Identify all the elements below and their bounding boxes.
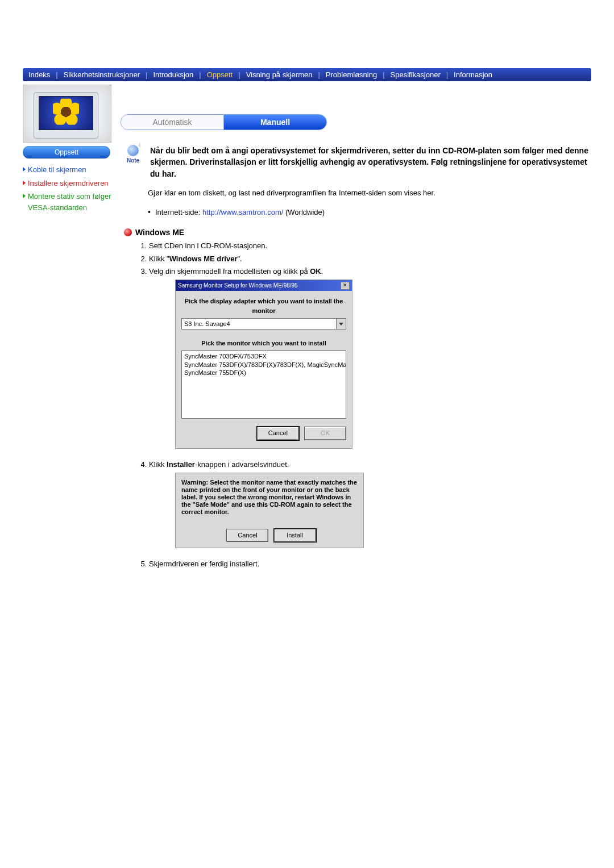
dialog2-install-button[interactable]: Install — [274, 529, 316, 542]
step-2: Klikk "Windows ME driver". — [149, 253, 589, 265]
arrow-icon — [23, 181, 26, 185]
note-block: Note Når du blir bedt om å angi operativ… — [121, 145, 589, 180]
nav-oppsett[interactable]: Oppsett — [207, 70, 233, 79]
sidebar-image — [23, 85, 111, 143]
dialog2-warning-text: Warning: Select the monitor name that ex… — [181, 479, 358, 516]
dialog1-ok-button[interactable]: OK — [304, 427, 346, 440]
sidebar-link-montere[interactable]: Montere stativ som følger VESA-standarde… — [23, 191, 113, 213]
section-header: Windows ME — [124, 228, 589, 237]
nav-sikkerhet[interactable]: Sikkerhetsinstruksjoner — [64, 70, 140, 79]
step-3: Velg din skjermmodell fra modellisten og… — [149, 266, 589, 449]
sidebar: Oppsett Koble til skjermen Installere sk… — [23, 85, 113, 215]
bullet-icon — [148, 208, 155, 216]
steps-list: Sett CDen inn i CD-ROM-stasjonen. Klikk … — [149, 240, 589, 569]
dialog1-label-monitor: Pick the monitor which you want to insta… — [181, 339, 346, 348]
install-mode-tabs: Automatisk Manuell — [121, 114, 589, 130]
dialog-warning: Warning: Select the monitor name that ex… — [175, 473, 364, 548]
nav-introduksjon[interactable]: Introduksjon — [153, 70, 193, 79]
note-text: Når du blir bedt om å angi operativsyste… — [150, 145, 589, 180]
step-5: Skjermdriveren er ferdig installert. — [149, 558, 589, 570]
arrow-icon — [23, 194, 26, 198]
arrow-icon — [23, 167, 26, 172]
paragraph-diskett: Gjør klar en tom diskett, og last ned dr… — [148, 187, 589, 199]
top-nav: Indeks| Sikkerhetsinstruksjoner| Introdu… — [23, 68, 591, 81]
dialog-monitor-setup: Samsung Monitor Setup for Windows ME/98/… — [175, 279, 352, 449]
dialog1-close-button[interactable]: ✕ — [341, 282, 350, 290]
dialog1-title: Samsung Monitor Setup for Windows ME/98/… — [178, 281, 298, 290]
nav-problem[interactable]: Problemløsning — [326, 70, 377, 79]
nav-informasjon[interactable]: Informasjon — [454, 70, 492, 79]
nav-spesifikasjoner[interactable]: Spesifikasjoner — [391, 70, 441, 79]
section-title: Windows ME — [135, 228, 184, 237]
note-label: Note — [121, 157, 146, 164]
dialog1-cancel-button[interactable]: Cancel — [257, 427, 299, 440]
dialog1-label-adapter: Pick the display adapter which you want … — [181, 297, 346, 316]
step-4: Klikk Installer-knappen i advarselsvindu… — [149, 459, 589, 548]
note-icon — [127, 145, 139, 156]
tab-manuell[interactable]: Manuell — [224, 115, 326, 130]
internet-line: Internett-side: http://www.samtron.com/ … — [148, 207, 589, 216]
sidebar-link-koble[interactable]: Koble til skjermen — [23, 164, 113, 176]
bullet-ball-icon — [124, 228, 132, 236]
step-1: Sett CDen inn i CD-ROM-stasjonen. — [149, 240, 589, 252]
internet-link[interactable]: http://www.samtron.com/ — [202, 208, 283, 216]
nav-visning[interactable]: Visning på skjermen — [246, 70, 313, 79]
chevron-down-icon — [336, 319, 346, 329]
content-area: Automatisk Manuell Note Når du blir bedt… — [118, 85, 591, 574]
tab-automatisk[interactable]: Automatisk — [121, 115, 224, 130]
dialog2-cancel-button[interactable]: Cancel — [226, 529, 268, 542]
sidebar-link-installere[interactable]: Installere skjermdriveren — [23, 178, 113, 189]
sidebar-button-oppsett[interactable]: Oppsett — [23, 146, 110, 158]
nav-indeks[interactable]: Indeks — [28, 70, 50, 79]
monitor-listbox[interactable]: SyncMaster 703DFX/753DFX SyncMaster 753D… — [181, 350, 346, 419]
adapter-combobox[interactable]: S3 Inc. Savage4 — [181, 318, 346, 329]
